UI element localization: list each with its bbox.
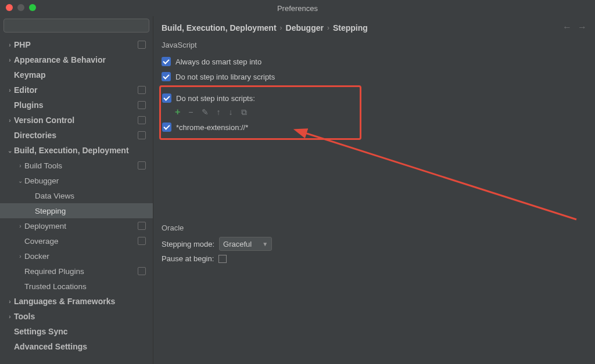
add-button[interactable]: + [175, 107, 180, 117]
chevron-icon: › [6, 117, 14, 124]
chevron-icon: › [6, 57, 14, 63]
checkbox-label: Always do smart step into [175, 57, 261, 66]
settings-tree[interactable]: ›PHP›Appearance & BehaviorKeymap›EditorP… [0, 35, 153, 364]
sidebar-item-editor[interactable]: ›Editor [0, 82, 153, 98]
chevron-icon: ⌄ [16, 178, 24, 184]
sidebar-item-label: Required Plugins [24, 267, 138, 276]
stepping-mode-label: Stepping mode: [162, 240, 214, 248]
chevron-right-icon: › [327, 24, 329, 32]
move-up-button[interactable]: ↑ [217, 107, 221, 117]
breadcrumb-c: Stepping [333, 23, 368, 33]
sidebar-item-label: Build Tools [24, 161, 138, 170]
copy-button[interactable]: ⧉ [241, 107, 247, 117]
project-badge-icon [138, 131, 146, 139]
checkbox-label: Do not step into library scripts [175, 73, 275, 81]
sidebar-item-languages-frameworks[interactable]: ›Languages & Frameworks [0, 294, 153, 309]
chevron-icon: › [16, 223, 24, 229]
sidebar-item-label: Deployment [24, 222, 138, 230]
checkbox-icon[interactable] [162, 122, 171, 132]
sidebar-item-label: Advanced Settings [14, 342, 149, 351]
sidebar-item-stepping[interactable]: Stepping [0, 203, 153, 218]
nav-forward-icon[interactable]: → [578, 22, 587, 33]
remove-button[interactable]: − [188, 107, 193, 117]
checkbox-smart-step[interactable]: Always do smart step into [162, 54, 587, 69]
chevron-right-icon: › [280, 24, 282, 32]
chevron-icon: › [6, 87, 14, 93]
edit-button[interactable]: ✎ [202, 107, 209, 117]
breadcrumb: Build, Execution, Deployment › Debugger … [162, 21, 587, 35]
highlight-annotation: Do not step into scripts: + − ✎ ↑ ↓ ⧉ *c… [159, 85, 361, 140]
sidebar-item-label: Docker [24, 252, 149, 261]
zoom-icon[interactable] [29, 4, 36, 11]
project-badge-icon [138, 237, 146, 245]
sidebar-item-directories[interactable]: Directories [0, 128, 153, 143]
svg-line-0 [303, 132, 576, 219]
sidebar-item-advanced-settings[interactable]: Advanced Settings [0, 339, 153, 354]
sidebar-item-build-tools[interactable]: ›Build Tools [0, 158, 153, 173]
sidebar-item-label: Editor [14, 85, 138, 95]
sidebar-item-label: Coverage [24, 237, 138, 246]
sidebar-item-docker[interactable]: ›Docker [0, 248, 153, 264]
chevron-icon: › [6, 298, 14, 305]
move-down-button[interactable]: ↓ [229, 107, 233, 117]
checkbox-icon[interactable] [162, 57, 171, 66]
traffic-lights [6, 4, 36, 11]
script-pattern-row[interactable]: *chrome-extension://* [162, 120, 255, 135]
project-badge-icon [138, 222, 146, 230]
pause-label: Pause at begin: [162, 254, 214, 263]
chevron-icon: › [6, 313, 14, 320]
section-javascript: JavaScript [162, 41, 587, 49]
titlebar: Preferences [0, 0, 595, 16]
project-badge-icon [138, 116, 146, 124]
project-badge-icon [138, 267, 146, 275]
close-icon[interactable] [6, 4, 13, 11]
window-title: Preferences [277, 4, 318, 13]
sidebar: ⌕ ›PHP›Appearance & BehaviorKeymap›Edito… [0, 16, 153, 364]
breadcrumb-b[interactable]: Debugger [286, 23, 324, 33]
stepping-mode-dropdown[interactable]: Graceful ▼ [219, 237, 272, 251]
project-badge-icon [138, 101, 146, 109]
sidebar-item-appearance-behavior[interactable]: ›Appearance & Behavior [0, 52, 153, 67]
sidebar-item-settings-sync[interactable]: Settings Sync [0, 324, 153, 339]
project-badge-icon [138, 41, 146, 49]
sidebar-item-build-execution-deployment[interactable]: ⌄Build, Execution, Deployment [0, 143, 153, 158]
sidebar-item-deployment[interactable]: ›Deployment [0, 218, 153, 233]
sidebar-item-label: Trusted Locations [24, 282, 149, 291]
nav-back-icon[interactable]: ← [562, 22, 572, 33]
sidebar-item-trusted-locations[interactable]: Trusted Locations [0, 279, 153, 294]
breadcrumb-a[interactable]: Build, Execution, Deployment [162, 23, 277, 33]
checkbox-no-library[interactable]: Do not step into library scripts [162, 69, 587, 84]
project-badge-icon [138, 161, 146, 170]
sidebar-item-required-plugins[interactable]: Required Plugins [0, 264, 153, 279]
sidebar-item-debugger[interactable]: ⌄Debugger [0, 173, 153, 188]
main-panel: Build, Execution, Deployment › Debugger … [153, 16, 595, 364]
sidebar-item-data-views[interactable]: Data Views [0, 188, 153, 203]
sidebar-item-label: Version Control [14, 116, 138, 125]
sidebar-item-plugins[interactable]: Plugins [0, 98, 153, 113]
pause-checkbox[interactable] [218, 255, 227, 263]
sidebar-item-label: PHP [14, 40, 138, 49]
chevron-icon: › [6, 42, 14, 48]
sidebar-item-php[interactable]: ›PHP [0, 37, 153, 52]
checkbox-icon[interactable] [162, 72, 171, 81]
sidebar-item-label: Appearance & Behavior [14, 55, 149, 64]
sidebar-item-version-control[interactable]: ›Version Control [0, 113, 153, 128]
sidebar-item-label: Languages & Frameworks [14, 297, 149, 306]
sidebar-item-keymap[interactable]: Keymap [0, 67, 153, 82]
sidebar-item-tools[interactable]: ›Tools [0, 309, 153, 324]
checkbox-icon[interactable] [162, 93, 171, 103]
sidebar-item-label: Settings Sync [14, 327, 149, 336]
search-input[interactable] [3, 19, 149, 33]
sidebar-item-label: Plugins [14, 100, 138, 110]
checkbox-label: Do not step into scripts: [176, 94, 255, 103]
scripts-toolbar: + − ✎ ↑ ↓ ⧉ [162, 106, 255, 120]
chevron-icon: ⌄ [6, 147, 14, 154]
sidebar-item-label: Build, Execution, Deployment [14, 146, 149, 155]
sidebar-item-label: Tools [14, 312, 149, 321]
sidebar-item-label: Stepping [35, 207, 149, 215]
sidebar-item-label: Keymap [14, 70, 149, 80]
checkbox-no-scripts[interactable]: Do not step into scripts: [162, 91, 255, 106]
chevron-down-icon: ▼ [262, 241, 268, 247]
chevron-icon: › [16, 253, 24, 260]
sidebar-item-coverage[interactable]: Coverage [0, 233, 153, 248]
